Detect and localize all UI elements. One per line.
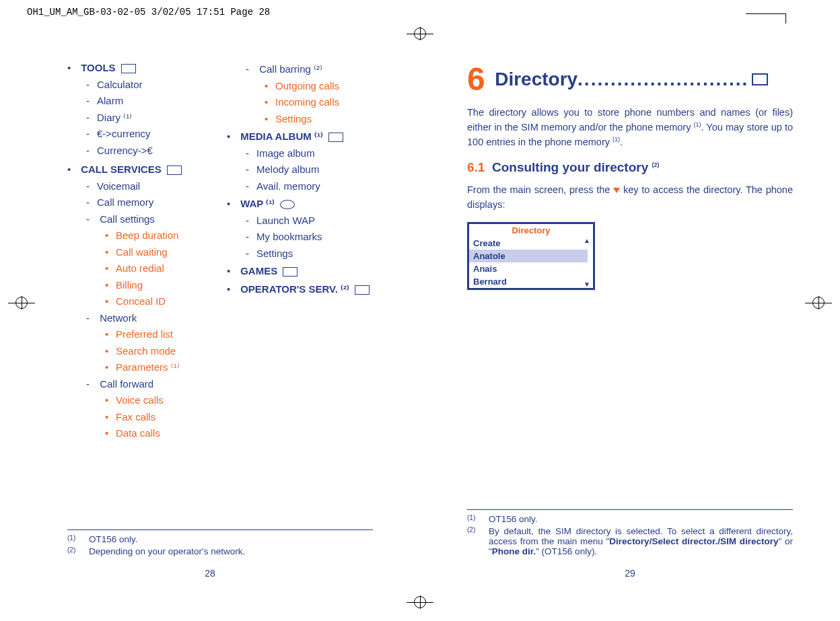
footnote-marker: (2) xyxy=(467,526,479,556)
menu-item: Call forward Voice calls Fax calls Data … xyxy=(78,377,213,441)
superscript: (2) xyxy=(652,161,660,168)
intro-text: . xyxy=(620,137,623,147)
chapter-number: 6 xyxy=(467,61,485,98)
section-number: 6.1 xyxy=(467,160,485,174)
crop-mark-top-right xyxy=(746,13,786,24)
submenu-item: Fax calls xyxy=(97,410,213,425)
footnote-text: OT156 only. xyxy=(489,514,538,524)
submenu-item: Voice calls xyxy=(97,393,213,408)
intro-paragraph: The directory allows you to store phone … xyxy=(467,106,793,149)
down-key-icon xyxy=(613,188,620,193)
menu-item: Call barring ⁽²⁾ Outgoing calls Incoming… xyxy=(238,62,373,126)
submenu-item: Preferred list xyxy=(97,327,213,342)
superscript: (1) xyxy=(612,136,620,143)
operator-icon xyxy=(355,285,370,295)
submenu-item: Data calls xyxy=(97,426,213,441)
body-text: From the main screen, press the xyxy=(467,184,613,195)
footnotes-left: (1) OT156 only. (2) Depending on your op… xyxy=(67,529,373,558)
directory-icon xyxy=(752,73,768,85)
tools-icon xyxy=(121,64,136,73)
title-dots: .......................... xyxy=(578,69,748,89)
footnote-text: Depending on your operator's network. xyxy=(89,546,245,556)
submenu-item: Auto redial xyxy=(97,261,213,277)
menu-item-label: Call forward xyxy=(100,378,153,390)
games-icon xyxy=(283,267,298,277)
menu-item: Avail. memory xyxy=(238,179,373,194)
registration-mark-bottom xyxy=(407,595,433,609)
page-29: 6 Directory.......................... Th… xyxy=(420,47,840,585)
page-number-left: 28 xyxy=(0,568,420,579)
footnote-marker: (1) xyxy=(67,534,79,544)
submenu-item: Call waiting xyxy=(97,245,213,260)
media-album-icon xyxy=(328,133,343,142)
tools-heading: TOOLS xyxy=(81,62,115,73)
screen-row: Bernard xyxy=(469,275,593,288)
submenu-item: Conceal ID xyxy=(97,294,213,309)
footnote-text: OT156 only. xyxy=(89,534,138,544)
section-header: 6.1 Consulting your directory (2) xyxy=(467,160,793,175)
menu-item: Settings xyxy=(238,246,373,262)
page-28: TOOLS Calculator Alarm Diary ⁽¹⁾ €->curr… xyxy=(0,47,420,585)
call-services-heading: CALL SERVICES xyxy=(81,163,161,175)
footnote-text: By default, the SIM directory is selecte… xyxy=(489,526,793,556)
menu-item: Diary ⁽¹⁾ xyxy=(78,110,213,126)
menu-item: Voicemail xyxy=(78,179,213,194)
submenu-item: Parameters ⁽¹⁾ xyxy=(97,360,213,375)
menu-item-label: Call settings xyxy=(100,213,155,225)
menu-item-label: Call barring ⁽²⁾ xyxy=(259,63,322,75)
menu-item: Alarm xyxy=(78,94,213,109)
footnote-bold: Directory/Select director./SIM directory xyxy=(609,536,778,546)
submenu-item: Beep duration xyxy=(97,228,213,244)
screen-row: Create xyxy=(469,237,593,250)
superscript: (1) xyxy=(694,121,701,128)
menu-item: Call memory xyxy=(78,195,213,211)
call-services-icon xyxy=(167,166,182,175)
screen-row-selected: Anatole xyxy=(469,250,593,262)
media-album-heading: MEDIA ALBUM ⁽¹⁾ xyxy=(240,131,323,142)
menu-item: €->currency xyxy=(78,126,213,142)
section-title: Consulting your directory xyxy=(492,160,652,174)
submenu-item: Incoming calls xyxy=(256,95,373,110)
footnote-marker: (2) xyxy=(67,546,79,556)
submenu-item: Billing xyxy=(97,278,213,293)
menu-item: Launch WAP xyxy=(238,213,373,229)
menu-item: Melody album xyxy=(238,162,373,178)
scroll-down-icon: ▼ xyxy=(584,281,590,288)
submenu-item: Search mode xyxy=(97,344,213,359)
registration-mark-top xyxy=(407,27,433,40)
menu-column-1: TOOLS Calculator Alarm Diary ⁽¹⁾ €->curr… xyxy=(67,61,213,443)
menu-item: Call settings Beep duration Call waiting… xyxy=(78,212,213,309)
scroll-up-icon: ▲ xyxy=(584,237,590,244)
footnote-marker: (1) xyxy=(467,514,479,524)
footnote-part: " (OT156 only). xyxy=(536,546,597,556)
menu-column-2: Call barring ⁽²⁾ Outgoing calls Incoming… xyxy=(227,61,373,443)
submenu-item: Settings xyxy=(256,112,373,127)
footnote-bold: Phone dir. xyxy=(492,546,536,556)
print-header: OH1_UM_AM_GB-03-02-05 3/02/05 17:51 Page… xyxy=(27,7,270,17)
screen-title: Directory xyxy=(469,224,593,237)
chapter-title: Directory xyxy=(495,69,578,89)
chapter-header: 6 Directory.......................... xyxy=(467,61,793,98)
page-number-right: 29 xyxy=(420,568,840,579)
menu-item-label: Network xyxy=(100,312,137,324)
menu-item: Network Preferred list Search mode Param… xyxy=(78,311,213,375)
operator-heading: OPERATOR'S SERV. ⁽²⁾ xyxy=(240,283,349,295)
games-heading: GAMES xyxy=(240,265,277,277)
menu-item: My bookmarks xyxy=(238,229,373,245)
wap-heading: WAP ⁽¹⁾ xyxy=(240,198,275,209)
submenu-item: Outgoing calls xyxy=(256,79,373,94)
menu-item: Currency->€ xyxy=(78,143,213,159)
phone-screen-mockup: Directory ▲ Create Anatole Anais Bernard… xyxy=(467,222,595,290)
screen-row: Anais xyxy=(469,262,593,275)
wap-icon xyxy=(280,200,295,209)
menu-item: Calculator xyxy=(78,77,213,93)
section-body: From the main screen, press the key to a… xyxy=(467,183,793,213)
menu-item: Image album xyxy=(238,146,373,161)
footnotes-right: (1) OT156 only. (2) By default, the SIM … xyxy=(467,509,793,558)
